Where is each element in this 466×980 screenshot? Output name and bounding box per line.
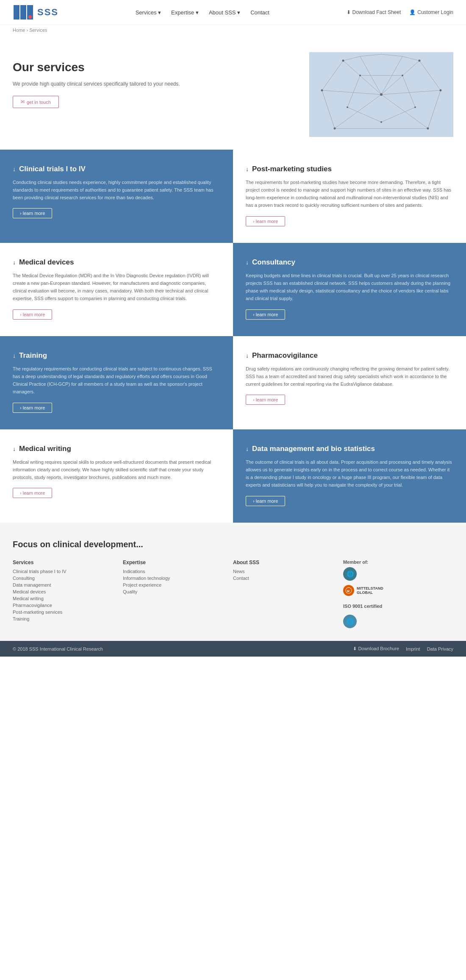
service-clinical-trials-title: ↓ Clinical trials I to IV bbox=[13, 165, 220, 173]
imprint-link[interactable]: Imprint bbox=[406, 646, 420, 651]
service-training-desc: The regulatory requirements for conducti… bbox=[13, 365, 220, 396]
svg-point-27 bbox=[380, 93, 383, 96]
svg-point-34 bbox=[359, 75, 361, 76]
service-pharmacovigilance: ↓ Pharmacovigilance Drug safety regulati… bbox=[233, 336, 466, 429]
member-of-label: Member of: bbox=[343, 560, 453, 565]
svg-rect-0 bbox=[14, 5, 19, 19]
svg-point-3 bbox=[28, 15, 32, 19]
footer-link[interactable]: Contact bbox=[233, 576, 343, 581]
arrow-icon: ↓ bbox=[246, 166, 249, 173]
service-consultancy-desc: Keeping budgets and time lines in clinic… bbox=[246, 272, 453, 303]
svg-text:M: M bbox=[347, 590, 350, 593]
footer-columns: Services Clinical trials phase I to IV C… bbox=[13, 560, 453, 628]
site-footer: © 2018 SSS International Clinical Resear… bbox=[0, 641, 466, 657]
nav-expertise[interactable]: Expertise ▾ bbox=[171, 9, 199, 16]
training-learn-more-button[interactable]: › learn more bbox=[13, 403, 52, 413]
breadcrumb-current: Services bbox=[29, 28, 47, 33]
footer-link[interactable]: Information technology bbox=[123, 576, 233, 581]
service-medical-devices-title: ↓ Medical devices bbox=[13, 258, 220, 267]
nav-contact[interactable]: Contact bbox=[250, 9, 269, 16]
svg-point-35 bbox=[402, 75, 403, 76]
footer-focus-title: Focus on clinical development... bbox=[13, 540, 453, 549]
pharmacovigilance-learn-more-button[interactable]: › learn more bbox=[246, 395, 285, 405]
breadcrumb-home[interactable]: Home bbox=[13, 28, 25, 33]
arrow-icon: ↓ bbox=[13, 445, 16, 452]
site-header: SSS Services ▾ Expertise ▾ About SSS ▾ C… bbox=[0, 0, 466, 25]
download-icon-small: ⬇ bbox=[353, 646, 358, 651]
footer-col-about: About SSS News Contact bbox=[233, 560, 343, 628]
footer-focus-section: Focus on clinical development... Service… bbox=[0, 523, 466, 641]
medical-writing-learn-more-button[interactable]: › learn more bbox=[13, 488, 52, 498]
footer-link[interactable]: Post-marketing services bbox=[13, 610, 123, 615]
iso-globe-icon: 🌐 bbox=[343, 615, 357, 628]
footer-link[interactable]: Indications bbox=[123, 569, 233, 574]
customer-login-link[interactable]: 👤 Customer Login bbox=[409, 9, 453, 15]
header-right: ⬇ Download Fact Sheet 👤 Customer Login bbox=[347, 9, 453, 15]
download-brochure-link[interactable]: ⬇ Download Brochure bbox=[353, 646, 399, 651]
arrow-icon: ↓ bbox=[246, 352, 249, 359]
footer-link[interactable]: Consulting bbox=[13, 576, 123, 581]
footer-col-badges: Member of: 🌐 M MITTELSTANDGLOBAL ISO 900… bbox=[343, 560, 453, 628]
member-globe-icon: 🌐 bbox=[343, 567, 357, 581]
footer-link[interactable]: Data management bbox=[13, 582, 123, 587]
footer-link[interactable]: Pharmacovigilance bbox=[13, 603, 123, 608]
medical-devices-learn-more-button[interactable]: › learn more bbox=[13, 309, 52, 320]
logo[interactable]: SSS bbox=[13, 4, 58, 20]
service-medical-writing-desc: Medical writing requires special skills … bbox=[13, 458, 220, 481]
footer-col-services: Services Clinical trials phase I to IV C… bbox=[13, 560, 123, 628]
download-icon: ⬇ bbox=[347, 9, 351, 15]
hero-section: Our services We provide high quality cli… bbox=[0, 35, 466, 150]
service-training-title: ↓ Training bbox=[13, 351, 220, 360]
service-data-management-title: ↓ Data management and bio statistics bbox=[246, 445, 453, 453]
service-clinical-trials-desc: Conducting clinical studies needs experi… bbox=[13, 178, 220, 201]
mittelstand-text: MITTELSTANDGLOBAL bbox=[357, 586, 383, 595]
download-fact-sheet-link[interactable]: ⬇ Download Fact Sheet bbox=[347, 9, 401, 15]
data-privacy-link[interactable]: Data Privacy bbox=[427, 646, 453, 651]
consultancy-learn-more-button[interactable]: › learn more bbox=[246, 309, 285, 320]
envelope-icon: ✉ bbox=[21, 99, 25, 105]
service-training: ↓ Training The regulatory requirements f… bbox=[0, 336, 233, 429]
main-nav: Services ▾ Expertise ▾ About SSS ▾ Conta… bbox=[136, 9, 269, 16]
nav-services[interactable]: Services ▾ bbox=[136, 9, 161, 16]
post-marketing-learn-more-button[interactable]: › learn more bbox=[246, 216, 285, 226]
svg-point-33 bbox=[321, 89, 323, 92]
data-management-learn-more-button[interactable]: › learn more bbox=[246, 496, 285, 506]
service-consultancy-title: ↓ Consultancy bbox=[246, 258, 453, 267]
arrow-icon: ↓ bbox=[13, 166, 16, 173]
svg-point-36 bbox=[414, 106, 416, 108]
service-data-management-desc: The outcome of clinical trials is all ab… bbox=[246, 458, 453, 489]
mittelstand-logo: M bbox=[343, 585, 354, 596]
footer-link[interactable]: Training bbox=[13, 616, 123, 621]
service-post-marketing-title: ↓ Post-marketing studies bbox=[246, 165, 453, 173]
hero-title: Our services bbox=[13, 61, 297, 74]
hero-text: Our services We provide high quality cli… bbox=[13, 52, 297, 108]
footer-col-expertise-heading: Expertise bbox=[123, 560, 233, 565]
clinical-trials-learn-more-button[interactable]: › learn more bbox=[13, 208, 52, 218]
footer-link[interactable]: Project experience bbox=[123, 582, 233, 587]
svg-point-30 bbox=[440, 89, 442, 92]
service-pharmacovigilance-desc: Drug safety regulations are continuously… bbox=[246, 365, 453, 388]
footer-link[interactable]: Clinical trials phase I to IV bbox=[13, 569, 123, 574]
service-pharmacovigilance-title: ↓ Pharmacovigilance bbox=[246, 351, 453, 360]
svg-point-28 bbox=[342, 60, 344, 62]
svg-point-32 bbox=[334, 128, 336, 130]
footer-col-about-heading: About SSS bbox=[233, 560, 343, 565]
hero-image bbox=[309, 52, 453, 137]
service-post-marketing-desc: The requirements for post-marketing stud… bbox=[246, 178, 453, 209]
service-data-management: ↓ Data management and bio statistics The… bbox=[233, 429, 466, 523]
get-in-touch-button[interactable]: ✉ get in touch bbox=[13, 96, 59, 108]
footer-link[interactable]: Quality bbox=[123, 589, 233, 594]
arrow-icon: ↓ bbox=[13, 259, 16, 266]
arrow-icon: ↓ bbox=[246, 259, 249, 266]
svg-rect-1 bbox=[20, 5, 26, 19]
service-medical-writing-title: ↓ Medical writing bbox=[13, 445, 220, 453]
services-grid: ↓ Clinical trials I to IV Conducting cli… bbox=[0, 150, 466, 523]
nav-about[interactable]: About SSS ▾ bbox=[209, 9, 240, 16]
footer-link[interactable]: News bbox=[233, 569, 343, 574]
service-clinical-trials: ↓ Clinical trials I to IV Conducting cli… bbox=[0, 150, 233, 243]
svg-point-38 bbox=[380, 121, 382, 123]
footer-link[interactable]: Medical devices bbox=[13, 589, 123, 594]
breadcrumb: Home › Services bbox=[0, 25, 466, 35]
footer-link[interactable]: Medical writing bbox=[13, 596, 123, 601]
footer-col-expertise: Expertise Indications Information techno… bbox=[123, 560, 233, 628]
